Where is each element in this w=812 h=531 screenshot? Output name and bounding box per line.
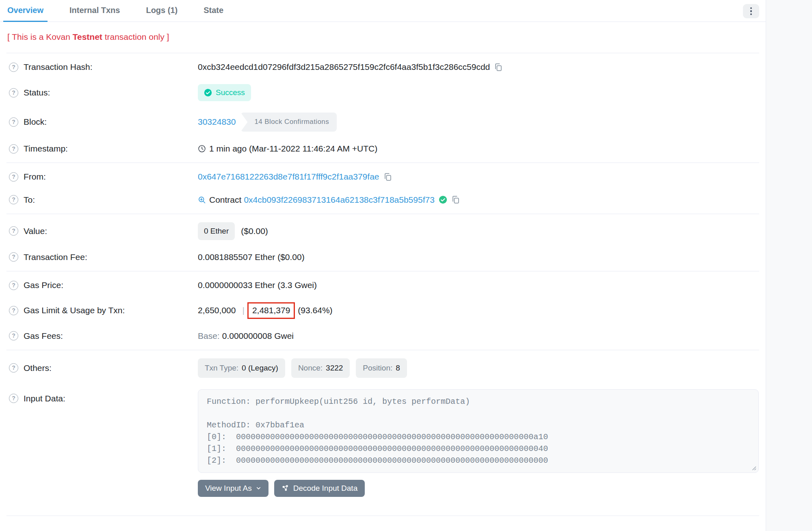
input-data-textarea[interactable]: Function: performUpkeep(uint256 id, byte…	[198, 389, 759, 473]
gas-fees-row: ? Gas Fees: Base: 0.000000008 Gwei	[0, 325, 766, 347]
position-value: 8	[396, 363, 400, 373]
txn-type-value: 0 (Legacy)	[242, 363, 278, 373]
view-input-as-label: View Input As	[205, 484, 252, 493]
others-row: ? Others: Txn Type: 0 (Legacy) Nonce: 32…	[0, 353, 766, 384]
to-value: Contract 0x4cb093f226983713164a62138c3f7…	[198, 194, 758, 206]
help-icon: ?	[9, 144, 18, 154]
footer-spacer	[0, 516, 766, 523]
label-text: Others:	[24, 362, 52, 374]
gas-used-percent: (93.64%)	[298, 305, 332, 316]
tab-logs[interactable]: Logs (1)	[142, 0, 182, 22]
gas-price-text: 0.0000000033 Ether (3.3 Gwei)	[198, 280, 317, 291]
timestamp-value: 1 min ago (Mar-11-2022 11:46:24 AM +UTC)	[198, 143, 758, 154]
status-row: ? Status: Success	[0, 78, 766, 107]
label-text: Gas Fees:	[24, 330, 63, 342]
tab-internal-txns[interactable]: Internal Txns	[65, 0, 124, 22]
copy-to-address-button[interactable]	[451, 195, 460, 204]
transaction-overview-card: Overview Internal Txns Logs (1) State [ …	[0, 0, 766, 531]
decode-input-data-button[interactable]: Decode Input Data	[274, 480, 365, 497]
block-row: ? Block: 30324830 14 Block Confirmations	[0, 107, 766, 137]
label-text: Block:	[24, 116, 47, 128]
copy-from-address-button[interactable]	[383, 173, 392, 181]
from-address-link[interactable]: 0x647e7168122263d8e7f81f17fff9c2f1aa379f…	[198, 171, 379, 182]
others-label: ? Others:	[9, 362, 198, 374]
resize-grip-icon[interactable]	[751, 465, 756, 470]
section-from-to: ? From: 0x647e7168122263d8e7f81f17fff9c2…	[0, 163, 766, 214]
gas-price-label: ? Gas Price:	[9, 280, 198, 291]
block-confirmations-badge: 14 Block Confirmations	[240, 113, 337, 132]
from-value: 0x647e7168122263d8e7f81f17fff9c2f1aa379f…	[198, 171, 758, 182]
help-icon: ?	[9, 281, 18, 290]
from-label: ? From:	[9, 171, 198, 182]
block-number-link[interactable]: 30324830	[198, 116, 236, 128]
help-icon: ?	[9, 363, 18, 373]
label-text: Gas Price:	[24, 280, 63, 291]
to-label: ? To:	[9, 194, 198, 206]
label-text: Status:	[24, 87, 50, 98]
gas-price-row: ? Gas Price: 0.0000000033 Ether (3.3 Gwe…	[0, 274, 766, 297]
value-row: ? Value: 0 Ether ($0.00)	[0, 217, 766, 246]
transaction-hash-value: 0xcb324eedcd1d07296fdf3d215a2865275f159c…	[198, 61, 758, 73]
help-icon: ?	[9, 172, 18, 182]
input-data-label: ? Input Data:	[9, 389, 198, 404]
label-text: Input Data:	[24, 393, 65, 404]
status-badge-text: Success	[216, 87, 245, 98]
gas-limit-text: 2,650,000	[198, 305, 236, 316]
transaction-hash-row: ? Transaction Hash: 0xcb324eedcd1d07296f…	[0, 56, 766, 78]
gas-fees-value: Base: 0.000000008 Gwei	[198, 330, 758, 342]
gas-separator: |	[242, 305, 244, 316]
testnet-notice-bold: Testnet	[73, 32, 102, 41]
input-data-actions: View Input As Decode Input Data	[198, 480, 365, 497]
section-hash-status-block-time: ? Transaction Hash: 0xcb324eedcd1d07296f…	[0, 53, 766, 163]
usd-value: ($0.00)	[241, 225, 268, 237]
help-icon: ?	[9, 394, 18, 403]
view-input-as-button[interactable]: View Input As	[198, 480, 269, 497]
gas-limit-usage-row: ? Gas Limit & Usage by Txn: 2,650,000 | …	[0, 297, 766, 324]
nonce-name: Nonce:	[298, 363, 323, 373]
value-label: ? Value:	[9, 225, 198, 237]
block-value: 30324830 14 Block Confirmations	[198, 113, 758, 132]
status-badge: Success	[198, 84, 251, 101]
label-text: Transaction Hash:	[24, 61, 93, 73]
gas-limit-usage-label: ? Gas Limit & Usage by Txn:	[9, 305, 198, 316]
label-text: Gas Limit & Usage by Txn:	[24, 305, 125, 316]
copy-hash-button[interactable]	[494, 63, 502, 72]
zoom-in-icon[interactable]	[198, 196, 206, 204]
transaction-fee-text: 0.0081885507 Ether ($0.00)	[198, 251, 305, 263]
tab-overview[interactable]: Overview	[3, 0, 48, 22]
label-text: Value:	[24, 225, 47, 237]
help-icon: ?	[9, 252, 18, 262]
block-label: ? Block:	[9, 116, 198, 128]
help-icon: ?	[9, 117, 18, 127]
position-badge: Position: 8	[356, 358, 407, 378]
gas-fees-label: ? Gas Fees:	[9, 330, 198, 342]
clock-icon	[198, 145, 206, 153]
status-label: ? Status:	[9, 87, 198, 98]
from-row: ? From: 0x647e7168122263d8e7f81f17fff9c2…	[0, 165, 766, 188]
label-text: To:	[24, 194, 35, 206]
transaction-hash-label: ? Transaction Hash:	[9, 61, 198, 73]
nonce-value: 3222	[326, 363, 343, 373]
check-circle-icon	[204, 89, 212, 97]
gas-used-annotation-box: 2,481,379	[247, 302, 295, 319]
more-options-button[interactable]	[743, 4, 759, 18]
help-icon: ?	[9, 306, 18, 315]
input-data-row: ? Input Data: Function: performUpkeep(ui…	[0, 384, 766, 503]
timestamp-text: 1 min ago (Mar-11-2022 11:46:24 AM +UTC)	[209, 143, 377, 154]
kebab-icon	[750, 7, 752, 9]
to-contract-word: Contract	[209, 194, 241, 206]
timestamp-label: ? Timestamp:	[9, 143, 198, 154]
testnet-notice-prefix: [ This is a Kovan	[7, 32, 73, 41]
transaction-fee-row: ? Transaction Fee: 0.0081885507 Ether ($…	[0, 246, 766, 269]
copy-icon	[451, 195, 460, 204]
gas-base-value: 0.000000008 Gwei	[222, 330, 294, 342]
gas-used-text: 2,481,379	[252, 306, 290, 315]
label-text: Timestamp:	[24, 143, 68, 154]
tab-state[interactable]: State	[199, 0, 227, 22]
to-address-link[interactable]: 0x4cb093f226983713164a62138c3f718a5b595f…	[244, 194, 434, 206]
section-gas: ? Gas Price: 0.0000000033 Ether (3.3 Gwe…	[0, 271, 766, 350]
nonce-badge: Nonce: 3222	[291, 358, 350, 378]
section-others-input: ? Others: Txn Type: 0 (Legacy) Nonce: 32…	[0, 350, 766, 505]
gas-price-value: 0.0000000033 Ether (3.3 Gwei)	[198, 280, 758, 291]
help-icon: ?	[9, 226, 18, 236]
